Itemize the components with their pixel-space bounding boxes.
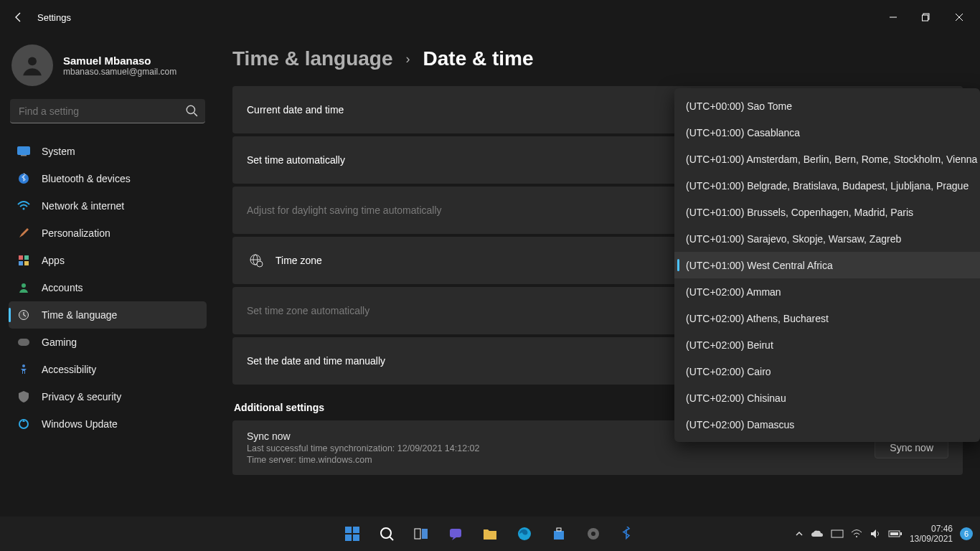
task-view-button[interactable] <box>407 519 435 548</box>
minimize-button[interactable] <box>877 6 910 29</box>
sync-last: Last successful time synchronization: 12… <box>247 443 875 453</box>
breadcrumb: Time & language › Date & time <box>232 34 963 86</box>
user-name: Samuel Mbanaso <box>63 55 176 67</box>
keyboard-icon[interactable] <box>831 529 844 538</box>
nav-item-time-language[interactable]: Time & language <box>9 301 207 329</box>
search-input[interactable] <box>10 99 205 123</box>
nav-list: System Bluetooth & devices Network & int… <box>9 138 207 438</box>
nav-item-network[interactable]: Network & internet <box>9 192 207 220</box>
nav-label: Windows Update <box>42 418 118 430</box>
clock-time: 07:46 <box>910 524 953 534</box>
svg-rect-14 <box>19 261 23 265</box>
svg-point-5 <box>28 57 37 65</box>
nav-item-update[interactable]: Windows Update <box>9 410 207 438</box>
gaming-icon <box>17 336 30 349</box>
svg-rect-30 <box>353 534 359 541</box>
window-title: Settings <box>37 12 71 23</box>
accessibility-icon <box>17 363 30 376</box>
svg-rect-12 <box>19 255 23 260</box>
svg-point-11 <box>23 208 25 210</box>
timezone-option[interactable]: (UTC+02:00) Amman <box>674 278 980 305</box>
shield-icon <box>17 390 30 403</box>
timezone-option[interactable]: (UTC+01:00) West Central Africa <box>674 252 980 278</box>
svg-line-32 <box>390 537 393 540</box>
back-button[interactable] <box>4 3 33 32</box>
user-account[interactable]: Samuel Mbanaso mbanaso.samuel@gmail.com <box>9 34 207 99</box>
settings-button[interactable] <box>579 519 608 548</box>
svg-point-16 <box>22 283 26 288</box>
timezone-option[interactable]: (UTC+01:00) Belgrade, Bratislava, Budape… <box>674 172 980 199</box>
nav-item-apps[interactable]: Apps <box>9 247 207 274</box>
brush-icon <box>17 227 30 240</box>
notification-badge[interactable]: 6 <box>960 527 973 540</box>
svg-rect-45 <box>890 532 898 535</box>
taskbar-center <box>338 519 642 548</box>
svg-point-21 <box>22 364 25 367</box>
chat-button[interactable] <box>441 519 470 548</box>
file-explorer-button[interactable] <box>476 519 504 548</box>
store-button[interactable] <box>545 519 573 548</box>
nav-label: Accounts <box>42 282 83 293</box>
svg-rect-29 <box>345 534 352 541</box>
onedrive-icon[interactable] <box>811 529 824 538</box>
nav-item-system[interactable]: System <box>9 138 207 165</box>
titlebar: Settings <box>0 0 980 34</box>
nav-item-bluetooth[interactable]: Bluetooth & devices <box>9 165 207 192</box>
svg-point-40 <box>591 532 595 536</box>
timezone-dropdown[interactable]: (UTC+00:00) Sao Tome(UTC+01:00) Casablan… <box>674 88 980 442</box>
timezone-option[interactable]: (UTC+02:00) Cairo <box>674 358 980 385</box>
nav-label: Privacy & security <box>42 391 121 402</box>
search-button[interactable] <box>372 519 401 548</box>
volume-icon[interactable] <box>870 529 881 539</box>
taskbar: 07:46 13/09/2021 6 <box>0 517 980 551</box>
nav-label: Accessibility <box>42 364 96 375</box>
system-icon <box>17 145 30 158</box>
timezone-option[interactable]: (UTC+02:00) Damascus <box>674 411 980 438</box>
nav-label: Network & internet <box>42 200 124 212</box>
svg-point-31 <box>381 528 391 538</box>
timezone-option[interactable]: (UTC+02:00) Beirut <box>674 331 980 358</box>
timezone-option[interactable]: (UTC+00:00) Sao Tome <box>674 93 980 119</box>
svg-rect-38 <box>557 528 561 531</box>
user-email: mbanaso.samuel@gmail.com <box>63 67 176 77</box>
tray-chevron-icon[interactable] <box>795 529 804 538</box>
timezone-option[interactable]: (UTC+01:00) Brussels, Copenhagen, Madrid… <box>674 199 980 225</box>
timezone-option[interactable]: (UTC+02:00) Athens, Bucharest <box>674 305 980 331</box>
start-button[interactable] <box>338 519 367 548</box>
svg-rect-34 <box>422 529 428 539</box>
svg-rect-20 <box>18 339 29 346</box>
timezone-option[interactable]: (UTC+02:00) Chisinau <box>674 385 980 411</box>
nav-item-accessibility[interactable]: Accessibility <box>9 356 207 383</box>
wifi-icon <box>17 199 30 212</box>
nav-label: Gaming <box>42 336 77 348</box>
nav-item-privacy[interactable]: Privacy & security <box>9 383 207 410</box>
edge-button[interactable] <box>510 519 539 548</box>
svg-point-6 <box>187 105 194 113</box>
globe-icon <box>247 253 265 268</box>
sidebar: Samuel Mbanaso mbanaso.samuel@gmail.com … <box>0 34 215 517</box>
apps-icon <box>17 254 30 267</box>
svg-rect-33 <box>415 529 420 539</box>
svg-point-26 <box>257 261 263 267</box>
timezone-option[interactable]: (UTC+01:00) Amsterdam, Berlin, Bern, Rom… <box>674 146 980 172</box>
svg-rect-8 <box>18 147 30 155</box>
svg-rect-28 <box>353 527 359 533</box>
close-button[interactable] <box>943 6 976 29</box>
nav-item-gaming[interactable]: Gaming <box>9 329 207 356</box>
nav-item-personalization[interactable]: Personalization <box>9 220 207 247</box>
timezone-option[interactable]: (UTC+01:00) Sarajevo, Skopje, Warsaw, Za… <box>674 225 980 252</box>
svg-rect-27 <box>345 527 352 533</box>
clock-date: 13/09/2021 <box>910 534 953 544</box>
battery-icon[interactable] <box>888 529 903 538</box>
timezone-option[interactable]: (UTC+01:00) Casablanca <box>674 119 980 146</box>
breadcrumb-parent[interactable]: Time & language <box>232 47 393 70</box>
nav-item-accounts[interactable]: Accounts <box>9 274 207 301</box>
bluetooth-button[interactable] <box>613 519 642 548</box>
maximize-button[interactable] <box>910 6 943 29</box>
search-box[interactable] <box>10 99 205 123</box>
wifi-tray-icon[interactable] <box>851 529 862 538</box>
nav-label: System <box>42 146 75 157</box>
sync-server: Time server: time.windows.com <box>247 455 875 465</box>
page-title: Date & time <box>423 47 534 70</box>
clock[interactable]: 07:46 13/09/2021 <box>910 524 953 544</box>
